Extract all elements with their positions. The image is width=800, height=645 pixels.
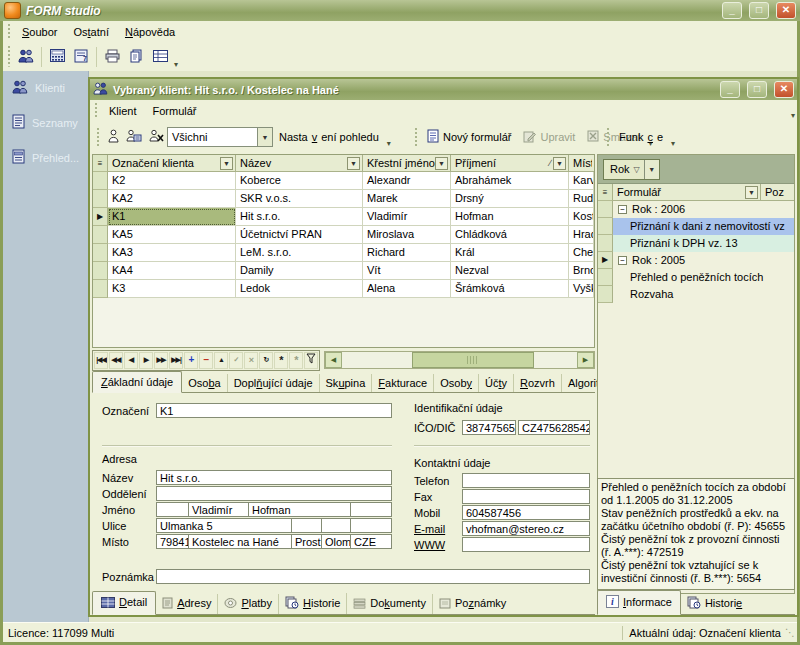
table-row[interactable]: KA4DamilyVítNezvalBrno <box>93 262 594 280</box>
table-row[interactable]: KA2SKR v.o.s.MarekDrsnýRudn <box>93 190 594 208</box>
ico-field[interactable]: 38747565 <box>462 420 516 435</box>
next-record-button[interactable]: ▶ <box>139 352 153 369</box>
prior-record-button[interactable]: ◀ <box>124 352 138 369</box>
tab-osoby[interactable]: Osoby <box>434 374 479 392</box>
nazev-field[interactable]: Hit s.r.o. <box>156 470 392 485</box>
group-by-rok-button[interactable]: Rok ▽ ▼ <box>603 159 660 180</box>
table-row[interactable]: K2KoberceAlexandrAbrahámekKarv <box>93 172 594 190</box>
new-form-button[interactable]: Nový formulář <box>421 125 517 149</box>
scroll-right-icon[interactable]: ▶ <box>577 352 594 368</box>
stat-field[interactable]: CZE <box>350 534 392 549</box>
delete-client-button[interactable] <box>145 126 167 148</box>
telefon-field[interactable] <box>462 473 590 488</box>
email-field[interactable]: vhofman@stereo.cz <box>462 521 590 536</box>
funkce-button[interactable]: Funkce <box>613 127 669 147</box>
close-button[interactable]: ✕ <box>776 2 796 19</box>
group-row[interactable]: −Rok : 2006 <box>598 201 794 218</box>
column-filter-dropdown[interactable]: ▼ <box>745 186 758 199</box>
form-row[interactable]: Rozvaha <box>598 286 794 303</box>
edit-record-button[interactable]: ▲ <box>214 352 228 369</box>
www-field[interactable] <box>462 537 590 552</box>
tab-rozvrh[interactable]: Rozvrh <box>514 374 562 392</box>
table-row-selected[interactable]: ▶ K1Hit s.r.o.VladimírHofmanKost <box>93 208 594 226</box>
print-button[interactable] <box>100 46 124 68</box>
column-header-prijmeni[interactable]: Příjmení∕▼ <box>451 155 569 172</box>
psc-field[interactable]: 79841 <box>156 534 189 549</box>
minimize-button[interactable]: _ <box>722 2 742 19</box>
tab-skupina[interactable]: Skupina <box>320 374 373 392</box>
oddeleni-field[interactable] <box>156 486 392 501</box>
tab-doplnujici-udaje[interactable]: Doplňující údaje <box>228 374 320 392</box>
menu-formular[interactable]: Formulář <box>145 102 205 120</box>
column-filter-dropdown[interactable]: ▼ <box>435 157 448 170</box>
next-page-button[interactable]: ▶▶ <box>154 352 168 369</box>
list-button[interactable] <box>148 46 172 68</box>
scroll-left-icon[interactable]: ◀ <box>325 352 342 368</box>
client-filter-combobox[interactable]: Všichni ▼ <box>167 127 273 147</box>
cancel-edit-button[interactable]: × <box>244 352 258 369</box>
mobil-field[interactable]: 604587456 <box>462 505 590 520</box>
column-header-poznamka[interactable]: Poz <box>761 184 794 201</box>
misto-field[interactable]: Kostelec na Hané <box>188 534 292 549</box>
bookmark-button[interactable]: * <box>274 352 288 369</box>
forms-button[interactable]: 7 <box>69 46 93 68</box>
menu-ostatni[interactable]: Ostatní <box>65 23 116 41</box>
table-row[interactable]: KA3LeM. s.r.o.RichardKrálCheb <box>93 244 594 262</box>
column-filter-dropdown[interactable]: ▼ <box>553 157 566 170</box>
tab-informace[interactable]: iInformace <box>597 590 681 615</box>
sidebar-item-seznamy[interactable]: Seznamy <box>3 105 88 140</box>
tab-detail[interactable]: Detail <box>92 591 156 615</box>
toolbar-overflow-chevron[interactable]: ▾ <box>172 60 180 71</box>
delete-record-button[interactable]: − <box>199 352 213 369</box>
column-header-nazev[interactable]: Název▼ <box>236 155 363 172</box>
fax-field[interactable] <box>462 489 590 504</box>
ulice-field2[interactable] <box>291 518 322 533</box>
form-row[interactable]: Přiznání k DPH vz. 13 <box>598 235 794 252</box>
edit-button[interactable]: Upravit <box>517 126 581 149</box>
scrollbar-thumb[interactable] <box>412 352 534 368</box>
jmeno-field[interactable]: Vladimír <box>188 502 249 517</box>
resize-grip[interactable]: ⋱ <box>785 627 795 638</box>
post-edit-button[interactable]: ✓ <box>229 352 243 369</box>
tab-historie[interactable]: Historie <box>279 593 347 614</box>
client-detail-button[interactable] <box>103 126 123 148</box>
client-close-button[interactable]: ✕ <box>774 81 794 98</box>
dic-field[interactable]: CZ475628542 <box>518 420 590 435</box>
row-indicator-header[interactable]: ≡ <box>598 184 613 201</box>
tab-zakladni-udaje[interactable]: Základní údaje <box>92 371 182 393</box>
column-filter-dropdown[interactable]: ▼ <box>347 157 360 170</box>
chevron-down-icon[interactable]: ▼ <box>257 128 272 146</box>
calculator-button[interactable] <box>45 46 69 68</box>
table-row[interactable]: K3LedokAlenaŠrámkováVyšk <box>93 280 594 298</box>
collapse-icon[interactable]: − <box>618 205 627 214</box>
menu-napoveda[interactable]: Nápověda <box>117 23 183 41</box>
collapse-icon[interactable]: − <box>618 256 627 265</box>
sidebar-item-klienti[interactable]: Klienti <box>3 71 88 105</box>
clients-button[interactable] <box>14 46 38 68</box>
column-filter-dropdown[interactable]: ▼ <box>220 157 233 170</box>
client-minimize-button[interactable]: _ <box>720 81 740 98</box>
insert-record-button[interactable]: + <box>184 352 198 369</box>
sidebar-item-prehled[interactable]: Přehled... <box>3 140 88 175</box>
table-horizontal-scrollbar[interactable]: ◀ ▶ <box>324 351 595 369</box>
view-settings-button[interactable]: Nastavení pohledu <box>273 127 385 147</box>
poznamka-field[interactable] <box>156 569 590 584</box>
ulice-field3[interactable] <box>321 518 351 533</box>
tab-osoba[interactable]: Osoba <box>182 374 227 392</box>
ulice-field4[interactable] <box>350 518 392 533</box>
kraj-field[interactable]: Olom <box>321 534 351 549</box>
group-overflow-chevron[interactable]: ▾ <box>385 139 393 150</box>
form-row-selected[interactable]: Přiznání k dani z nemovitostí vz <box>598 218 794 235</box>
oznaceni-field[interactable]: K1 <box>156 403 392 418</box>
table-row[interactable]: KA5Účetnictví PRANMiroslavaChládkováHrad <box>93 226 594 244</box>
form-row[interactable]: Přehled o peněžních tocích <box>598 269 794 286</box>
menu-soubor[interactable]: Soubor <box>14 23 65 41</box>
menu-klient[interactable]: Klient <box>101 102 145 120</box>
www-link-label[interactable]: WWW <box>414 539 445 551</box>
email-link-label[interactable]: E-mail <box>414 523 445 535</box>
menubar-overflow-chevron[interactable]: ▾ <box>789 111 797 122</box>
row-indicator-header[interactable]: ≡ <box>93 155 108 172</box>
last-record-button[interactable]: ▶▶| <box>169 352 183 369</box>
maximize-button[interactable]: □ <box>749 2 769 19</box>
titul-field[interactable] <box>156 502 189 517</box>
